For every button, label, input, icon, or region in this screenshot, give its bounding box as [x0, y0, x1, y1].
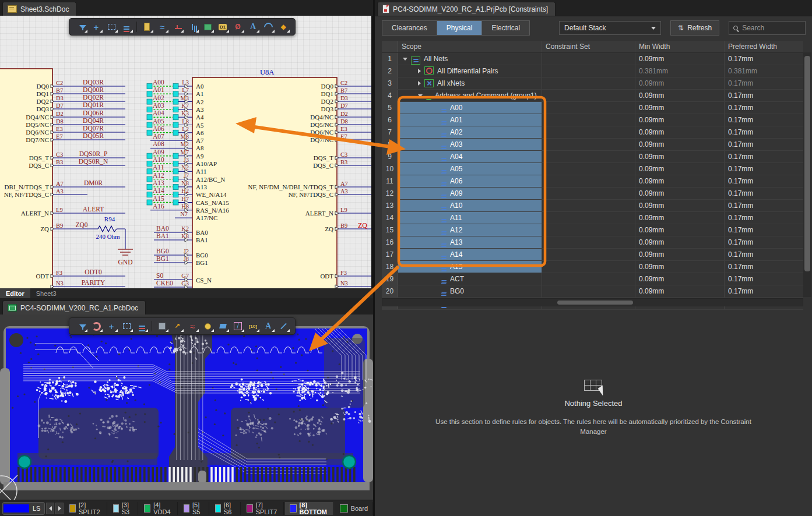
- min-width-cell[interactable]: 0.09mm: [635, 236, 725, 248]
- tab-sheet3-schdoc[interactable]: Sheet3.SchDoc: [2, 2, 76, 16]
- horizontal-scrollbar[interactable]: [382, 298, 803, 306]
- layer-tab-8BOTTOM[interactable]: [8] BOTTOM: [285, 502, 333, 515]
- constraint-set-cell[interactable]: [542, 139, 635, 150]
- toolbar-button-text-icon[interactable]: A: [261, 320, 275, 333]
- scope-cell[interactable]: A04: [398, 151, 542, 162]
- table-row[interactable]: 13A100.09mm0.17mm: [382, 200, 803, 212]
- table-row[interactable]: 5A000.09mm0.17mm: [382, 102, 803, 114]
- expander-down[interactable]: [418, 94, 423, 97]
- scope-cell[interactable]: A12: [398, 224, 542, 236]
- preferred-width-cell[interactable]: 0.381mm: [725, 65, 803, 77]
- preferred-width-cell[interactable]: 0.17mm: [725, 200, 803, 211]
- scope-cell[interactable]: A15: [398, 261, 542, 273]
- scope-cell[interactable]: A01: [398, 114, 542, 126]
- preferred-width-cell[interactable]: 0.17mm: [725, 273, 803, 285]
- table-row[interactable]: 10A050.09mm0.17mm: [382, 163, 803, 175]
- toolbar-button-via-icon[interactable]: [201, 320, 215, 333]
- preferred-width-cell[interactable]: 0.17mm: [725, 285, 803, 297]
- constraint-set-cell[interactable]: [542, 102, 635, 114]
- scope-cell[interactable]: Address and Command (group1): [398, 90, 542, 101]
- stack-select[interactable]: Default Stack: [559, 21, 661, 35]
- toolbar-button-polygon-icon[interactable]: [216, 320, 230, 333]
- view-tab-electrical[interactable]: Electrical: [482, 20, 530, 36]
- scope-cell[interactable]: A14: [398, 249, 542, 260]
- col-constraint-set[interactable]: Constraint Set: [542, 41, 635, 52]
- scope-cell[interactable]: A11: [398, 212, 542, 224]
- toolbar-button-route-icon[interactable]: ↗: [170, 320, 184, 333]
- scope-cell[interactable]: A02: [398, 126, 542, 138]
- min-width-cell[interactable]: 0.09mm: [635, 114, 725, 126]
- table-row[interactable]: 14A110.09mm0.17mm: [382, 212, 803, 224]
- preferred-width-cell[interactable]: 0.17mm: [725, 114, 803, 126]
- scope-cell[interactable]: All Differential Pairs: [398, 65, 542, 77]
- current-layer-chip[interactable]: LS: [2, 502, 45, 515]
- constraint-set-cell[interactable]: [542, 224, 635, 236]
- table-row[interactable]: 6A010.09mm0.17mm: [382, 114, 803, 126]
- toolbar-button-junction-icon[interactable]: ◆: [276, 20, 290, 33]
- preferred-width-cell[interactable]: 0.17mm: [725, 261, 803, 273]
- min-width-cell[interactable]: 0.09mm: [635, 273, 725, 285]
- constraint-set-cell[interactable]: [542, 249, 635, 260]
- preferred-width-cell[interactable]: 0.17mm: [725, 90, 803, 101]
- toolbar-button-move-icon[interactable]: +: [104, 320, 118, 333]
- toolbar-button-bus-entry-icon[interactable]: [185, 20, 199, 33]
- layer-tab-7SPLIT7[interactable]: [7] SPLIT7: [242, 502, 284, 515]
- sheet-tab-sheet3[interactable]: Sheet3: [30, 288, 62, 298]
- scope-cell[interactable]: All Nets: [398, 53, 542, 65]
- min-width-cell[interactable]: 0.09mm: [635, 163, 725, 175]
- scope-cell[interactable]: A00: [398, 102, 542, 114]
- scope-cell[interactable]: A10: [398, 200, 542, 211]
- preferred-width-cell[interactable]: 0.17mm: [725, 249, 803, 260]
- table-row[interactable]: 9A040.09mm0.17mm: [382, 151, 803, 163]
- min-width-cell[interactable]: 0.09mm: [635, 139, 725, 150]
- table-row[interactable]: 11A060.09mm0.17mm: [382, 175, 803, 188]
- layer-tab-2SPLIT2[interactable]: [2] SPLIT2: [65, 502, 107, 515]
- constraint-set-cell[interactable]: [542, 188, 635, 199]
- preferred-width-cell[interactable]: 0.17mm: [725, 236, 803, 248]
- vertical-scrollbar[interactable]: [803, 52, 811, 297]
- toolbar-button-component-icon[interactable]: [155, 320, 169, 333]
- constraint-set-cell[interactable]: [542, 212, 635, 224]
- min-width-cell[interactable]: 0.09mm: [635, 261, 725, 273]
- min-width-cell[interactable]: 0.09mm: [635, 53, 725, 65]
- min-width-cell[interactable]: 0.09mm: [635, 126, 725, 138]
- min-width-cell[interactable]: 0.09mm: [635, 249, 725, 260]
- preferred-width-cell[interactable]: 0.17mm: [725, 163, 803, 175]
- layer-scroll-left[interactable]: [46, 503, 54, 514]
- toolbar-button-select-area-icon[interactable]: [104, 20, 118, 33]
- search-input[interactable]: Search: [729, 21, 806, 35]
- scrollbar-thumb[interactable]: [804, 56, 810, 271]
- toolbar-button-no-erc-icon[interactable]: Ø: [231, 20, 245, 33]
- preferred-width-cell[interactable]: 0.17mm: [725, 151, 803, 162]
- layer-tab-3S3[interactable]: [3] S3: [108, 502, 139, 515]
- constraint-set-cell[interactable]: [542, 175, 635, 187]
- preferred-width-cell[interactable]: 0.17mm: [725, 53, 803, 65]
- min-width-cell[interactable]: 0.09mm: [635, 175, 725, 187]
- constraint-set-cell[interactable]: [542, 285, 635, 297]
- expander-down[interactable]: [403, 58, 407, 61]
- layer-tab-4VDD4[interactable]: [4] VDD4: [139, 502, 177, 515]
- constraint-set-cell[interactable]: [542, 77, 635, 89]
- min-width-cell[interactable]: 0.09mm: [635, 90, 725, 101]
- sheet-tab-editor[interactable]: Editor: [0, 288, 30, 298]
- layer-tab-Board[interactable]: Board: [335, 502, 373, 515]
- scope-cell[interactable]: A03: [398, 139, 542, 150]
- preferred-width-cell[interactable]: 0.17mm: [725, 77, 803, 89]
- min-width-cell[interactable]: 0.09mm: [635, 151, 725, 162]
- constraint-set-cell[interactable]: [542, 53, 635, 65]
- layer-tab-6S6[interactable]: [6] S6: [210, 502, 241, 515]
- toolbar-button-filter-icon[interactable]: [74, 320, 88, 333]
- refresh-button[interactable]: ⇅ Refresh: [670, 20, 719, 36]
- scope-cell[interactable]: All xNets: [398, 77, 542, 89]
- table-row[interactable]: 15A120.09mm0.17mm: [382, 224, 803, 236]
- toolbar-button-snap-icon[interactable]: [89, 320, 103, 333]
- min-width-cell[interactable]: 0.09mm: [635, 212, 725, 224]
- table-row[interactable]: 12A090.09mm0.17mm: [382, 188, 803, 200]
- constraint-set-cell[interactable]: [542, 126, 635, 138]
- table-row[interactable]: 18A150.09mm0.17mm: [382, 261, 803, 273]
- table-row[interactable]: 3All xNets0.09mm0.17mm: [382, 77, 803, 90]
- preferred-width-cell[interactable]: 0.17mm: [725, 102, 803, 114]
- toolbar-button-select-area-icon[interactable]: [119, 320, 133, 333]
- toolbar-button-tune-icon[interactable]: ≈: [185, 320, 199, 333]
- constraint-set-cell[interactable]: [542, 200, 635, 211]
